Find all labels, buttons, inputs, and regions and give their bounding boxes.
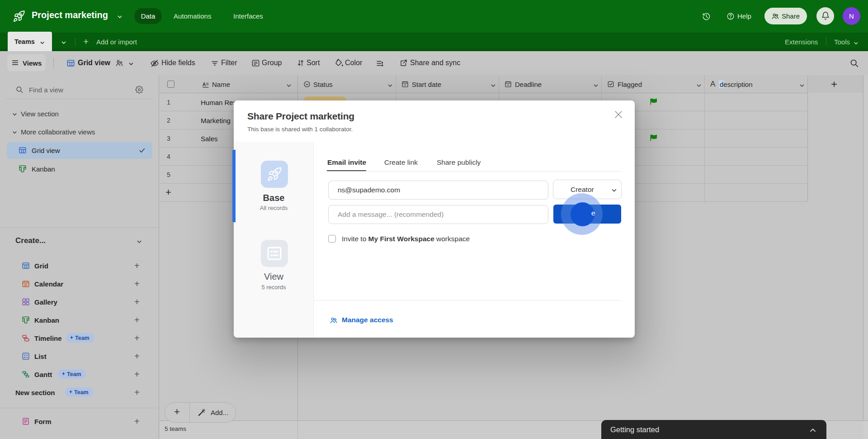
svg-text:31: 31 [24,283,28,286]
svg-text:31: 31 [507,84,509,86]
svg-text:31: 31 [404,84,406,86]
